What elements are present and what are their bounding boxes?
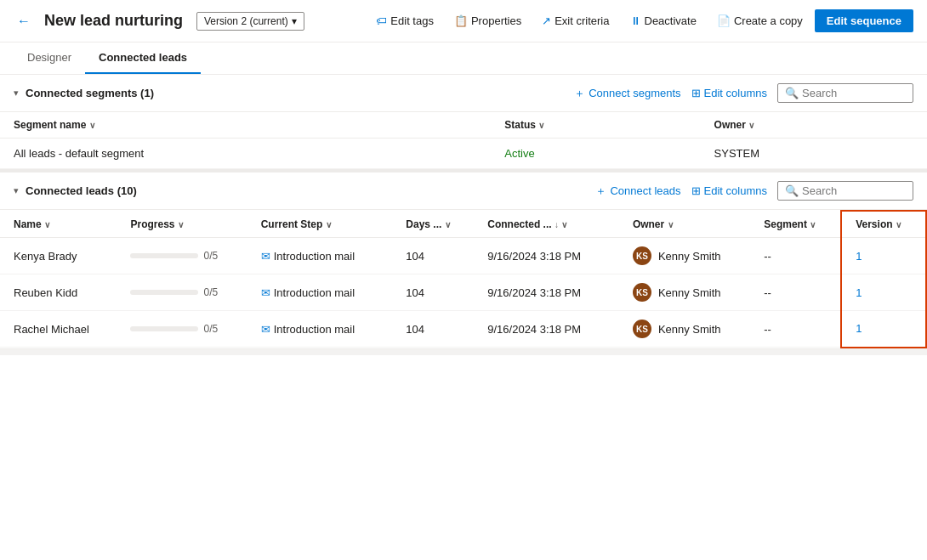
edit-tags-button[interactable]: 🏷 Edit tags — [367, 10, 442, 31]
tab-connected-leads[interactable]: Connected leads — [85, 42, 201, 74]
edit-columns-leads-button[interactable]: ⊞ Edit columns — [691, 184, 767, 197]
version-cell: 1 — [841, 238, 926, 274]
deactivate-button[interactable]: ⏸ Deactivate — [622, 10, 705, 31]
exit-criteria-label: Exit criteria — [554, 14, 609, 27]
sort-icon: ∨ — [748, 121, 754, 130]
segment-name-cell: All leads - default segment — [0, 139, 491, 169]
current-step-cell: ✉Introduction mail — [247, 274, 393, 311]
connect-leads-button[interactable]: ＋ Connect leads — [595, 184, 680, 199]
sort-icon: ∨ — [89, 121, 95, 130]
segments-section-title: Connected segments (1) — [26, 87, 154, 99]
name-cell: Rachel Michael — [0, 311, 117, 348]
search-icon: 🔍 — [785, 87, 799, 99]
segments-section-header: ▾ Connected segments (1) ＋ Connect segme… — [0, 75, 927, 112]
deactivate-icon: ⏸ — [630, 14, 641, 27]
sort-icon: ∨ — [445, 220, 451, 229]
current-step-cell: ✉Introduction mail — [247, 238, 393, 274]
top-bar: ← New lead nurturing Version 2 (current)… — [0, 0, 927, 42]
table-row: Rachel Michael0/5✉Introduction mail1049/… — [0, 311, 926, 348]
back-button[interactable]: ← — [14, 10, 34, 32]
col-name[interactable]: Name ∨ — [0, 211, 117, 238]
days-cell: 104 — [392, 238, 474, 274]
sort-icon: ∨ — [178, 220, 184, 229]
progress-cell: 0/5 — [117, 238, 247, 274]
leads-search-box: 🔍 — [777, 181, 913, 201]
exit-icon: ↗ — [542, 14, 551, 27]
col-owner[interactable]: Owner ∨ — [619, 211, 750, 238]
tab-designer[interactable]: Designer — [14, 42, 85, 74]
segments-table: Segment name ∨ Status ∨ Owner ∨ All lead… — [0, 112, 927, 169]
sort-icon: ∨ — [538, 121, 544, 130]
segments-chevron-icon[interactable]: ▾ — [14, 88, 19, 99]
version-cell: 1 — [841, 274, 926, 311]
col-progress[interactable]: Progress ∨ — [117, 211, 247, 238]
sort-icon: ∨ — [668, 220, 674, 229]
leads-search-input[interactable] — [802, 184, 904, 197]
owner-cell: KSKenny Smith — [619, 238, 750, 274]
connected-leads-section: ▾ Connected leads (10) ＋ Connect leads ⊞… — [0, 169, 927, 348]
col-days[interactable]: Days ... ∨ — [392, 211, 474, 238]
col-current-step[interactable]: Current Step ∨ — [247, 211, 393, 238]
version-label: Version 2 (current) — [204, 15, 288, 27]
leads-section-actions: ＋ Connect leads ⊞ Edit columns 🔍 — [595, 181, 913, 201]
sort-icon: ∨ — [326, 220, 332, 229]
days-cell: 104 — [392, 311, 474, 348]
deactivate-label: Deactivate — [645, 14, 697, 27]
tabs: Designer Connected leads — [0, 42, 927, 75]
columns-icon: ⊞ — [691, 87, 701, 99]
connect-leads-label: Connect leads — [610, 184, 680, 197]
owner-cell: KSKenny Smith — [619, 311, 750, 348]
properties-button[interactable]: 📋 Properties — [446, 10, 530, 31]
col-segment[interactable]: Segment ∨ — [750, 211, 841, 238]
top-actions: 🏷 Edit tags 📋 Properties ↗ Exit criteria… — [367, 9, 913, 32]
col-owner[interactable]: Owner ∨ — [701, 112, 927, 139]
edit-sequence-button[interactable]: Edit sequence — [815, 9, 913, 32]
columns-icon: ⊞ — [691, 184, 701, 197]
segment-cell: -- — [750, 311, 841, 348]
segments-table-header-row: Segment name ∨ Status ∨ Owner ∨ — [0, 112, 927, 139]
col-version[interactable]: Version ∨ — [841, 211, 926, 238]
create-copy-button[interactable]: 📄 Create a copy — [708, 10, 811, 31]
name-cell: Reuben Kidd — [0, 274, 117, 311]
leads-section-title: Connected leads (10) — [26, 184, 137, 197]
sort-icon: ∨ — [896, 220, 901, 229]
progress-cell: 0/5 — [117, 311, 247, 348]
connected-cell: 9/16/2024 3:18 PM — [474, 311, 619, 348]
properties-label: Properties — [471, 14, 521, 27]
connected-cell: 9/16/2024 3:18 PM — [474, 238, 619, 274]
edit-columns-leads-label: Edit columns — [704, 184, 767, 197]
mail-icon: ✉ — [261, 323, 270, 336]
col-status[interactable]: Status ∨ — [491, 112, 700, 139]
connect-segments-button[interactable]: ＋ Connect segments — [574, 86, 680, 101]
segments-search-input[interactable] — [802, 87, 904, 99]
status-badge: Active — [504, 147, 534, 160]
sort-icon: ∨ — [44, 220, 50, 229]
search-icon: 🔍 — [785, 184, 799, 197]
owner-cell: KSKenny Smith — [619, 274, 750, 311]
col-segment-name[interactable]: Segment name ∨ — [0, 112, 491, 139]
copy-icon: 📄 — [717, 14, 731, 27]
leads-table: Name ∨ Progress ∨ Current Step ∨ Days ..… — [0, 210, 927, 348]
segments-search-box: 🔍 — [777, 83, 913, 103]
edit-tags-label: Edit tags — [390, 14, 434, 27]
leads-chevron-icon[interactable]: ▾ — [14, 185, 19, 196]
connect-segments-label: Connect segments — [589, 87, 680, 99]
segment-cell: -- — [750, 274, 841, 311]
table-row: All leads - default segment Active SYSTE… — [0, 139, 927, 169]
connected-cell: 9/16/2024 3:18 PM — [474, 274, 619, 311]
chevron-down-icon: ▾ — [292, 15, 297, 27]
version-selector[interactable]: Version 2 (current) ▾ — [196, 12, 304, 31]
edit-columns-segments-label: Edit columns — [704, 87, 767, 99]
status-cell: Active — [491, 139, 700, 169]
plus-icon: ＋ — [574, 86, 585, 101]
col-connected[interactable]: Connected ... ↓ ∨ — [474, 211, 619, 238]
tag-icon: 🏷 — [376, 14, 387, 27]
sort-icon: ∨ — [810, 220, 816, 229]
exit-criteria-button[interactable]: ↗ Exit criteria — [533, 10, 617, 31]
edit-columns-segments-button[interactable]: ⊞ Edit columns — [691, 87, 767, 99]
sort-icon: ↓ ∨ — [554, 220, 567, 229]
segments-section-actions: ＋ Connect segments ⊞ Edit columns 🔍 — [574, 83, 913, 103]
horizontal-scrollbar[interactable] — [0, 348, 927, 355]
days-cell: 104 — [392, 274, 474, 311]
version-cell: 1 — [841, 311, 926, 348]
